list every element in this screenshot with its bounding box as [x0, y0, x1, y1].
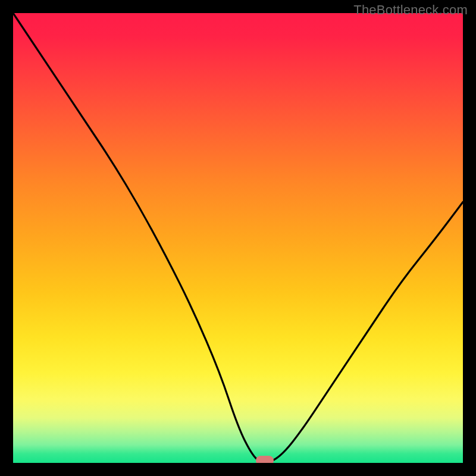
chart-frame: TheBottleneck.com [0, 0, 476, 476]
bottleneck-curve-path [13, 13, 463, 463]
minimum-marker [256, 456, 274, 463]
plot-area [13, 13, 463, 463]
curve-svg [13, 13, 463, 463]
watermark-text: TheBottleneck.com [353, 2, 468, 18]
